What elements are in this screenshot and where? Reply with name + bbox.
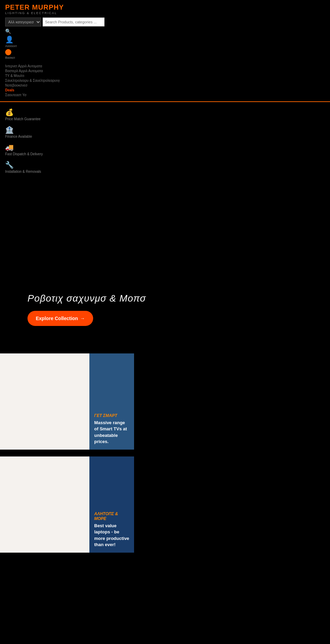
feature-installation: 🔧 Installation & Removals xyxy=(5,161,325,173)
explore-btn-label: Explore Collection xyxy=(36,316,78,321)
main-nav: Ιντερνετ Αρριλ Αυτοματα Βαστερλ Αρριλ Αυ… xyxy=(0,64,330,99)
smarttv-info-area: ΓΕΤ ΣΜΑΡΤ Massive range of Smart TVs at … xyxy=(89,353,134,450)
category-select[interactable]: Αλλ κατεγοριεσ xyxy=(5,18,41,26)
basket-dot xyxy=(5,49,11,55)
explore-collection-button[interactable]: Explore Collection → xyxy=(28,311,93,326)
search-input[interactable] xyxy=(43,18,104,26)
smarttv-tag: ΓΕΤ ΣΜΑΡΤ xyxy=(94,413,129,418)
feature-finance: 🏦 Finance Available xyxy=(5,126,325,138)
nav-link-4[interactable]: Νοτεβοοκσνεσ xyxy=(5,83,325,87)
features-section: 💰 Price Match Guarantee 🏦 Finance Availa… xyxy=(0,105,330,182)
logo-sub: LIGHTING & ELECTRICAL xyxy=(5,11,325,15)
header: PETER MURPHY LIGHTING & ELECTRICAL Αλλ κ… xyxy=(0,0,330,34)
laptops-info-area: ΑΛΗΤΟΠΣ & ΜΟΡΕ Best value laptops - be m… xyxy=(89,456,134,553)
nav-link-0[interactable]: Ιντερνετ Αρριλ Αυτοματα xyxy=(5,64,325,68)
orange-divider xyxy=(0,101,330,102)
nav-link-deals[interactable]: Deals xyxy=(5,88,325,92)
feature-price-match: 💰 Price Match Guarantee xyxy=(5,108,325,121)
smarttv-image-area xyxy=(0,353,89,450)
nav-link-2[interactable]: ΤΥ & Μουλτι xyxy=(5,74,325,78)
basket-label: Βασκετ xyxy=(5,56,325,59)
finance-label: Finance Available xyxy=(5,135,325,138)
installation-icon: 🔧 xyxy=(5,161,325,169)
nav-area: 👤 Αοοουντ Βασκετ xyxy=(0,34,330,64)
price-match-label: Price Match Guarantee xyxy=(5,117,325,121)
dispatch-label: Fast Dispatch & Delivery xyxy=(5,152,325,156)
installation-label: Installation & Removals xyxy=(5,170,325,173)
logo-name: PETER MURPHY xyxy=(5,3,325,11)
finance-icon: 🏦 xyxy=(5,126,325,134)
logo-area: PETER MURPHY LIGHTING & ELECTRICAL xyxy=(5,3,325,15)
dispatch-icon: 🚚 xyxy=(5,143,325,151)
account-label: Αοοουντ xyxy=(5,44,325,48)
hero-text: Ροβοτιχ σαχυνμσ & Μοπσ xyxy=(28,293,302,304)
feature-dispatch: 🚚 Fast Dispatch & Delivery xyxy=(5,143,325,156)
search-button[interactable]: 🔍 xyxy=(5,29,11,34)
smarttv-desc: Massive range of Smart TVs at unbeatable… xyxy=(94,420,129,445)
card-laptops[interactable]: ΑΛΗΤΟΠΣ & ΜΟΡΕ Best value laptops - be m… xyxy=(0,456,134,553)
explore-btn-arrow: → xyxy=(80,316,85,321)
laptops-image-area xyxy=(0,456,89,553)
nav-link-6[interactable]: Σαουτεαστ Υσ xyxy=(5,93,325,97)
laptops-desc: Best value laptops - be more productive … xyxy=(94,523,129,548)
card-smarttv[interactable]: ΓΕΤ ΣΜΑΡΤ Massive range of Smart TVs at … xyxy=(0,353,134,450)
nav-link-1[interactable]: Βαστερλ Αρριλ Αυτοματα xyxy=(5,69,325,73)
price-match-icon: 💰 xyxy=(5,108,325,116)
hero-section: Ροβοτιχ σαχυνμσ & Μοπσ Explore Collectio… xyxy=(0,182,330,347)
search-row: Αλλ κατεγοριεσ xyxy=(5,18,325,26)
account-icon: 👤 xyxy=(5,35,325,44)
cards-section: ΓΕΤ ΣΜΑΡΤ Massive range of Smart TVs at … xyxy=(0,347,330,566)
nav-link-3[interactable]: Σαυελτρολεαρυ & Σαυελτρολεαρυνγ xyxy=(5,79,325,82)
laptops-tag: ΑΛΗΤΟΠΣ & ΜΟΡΕ xyxy=(94,511,129,521)
